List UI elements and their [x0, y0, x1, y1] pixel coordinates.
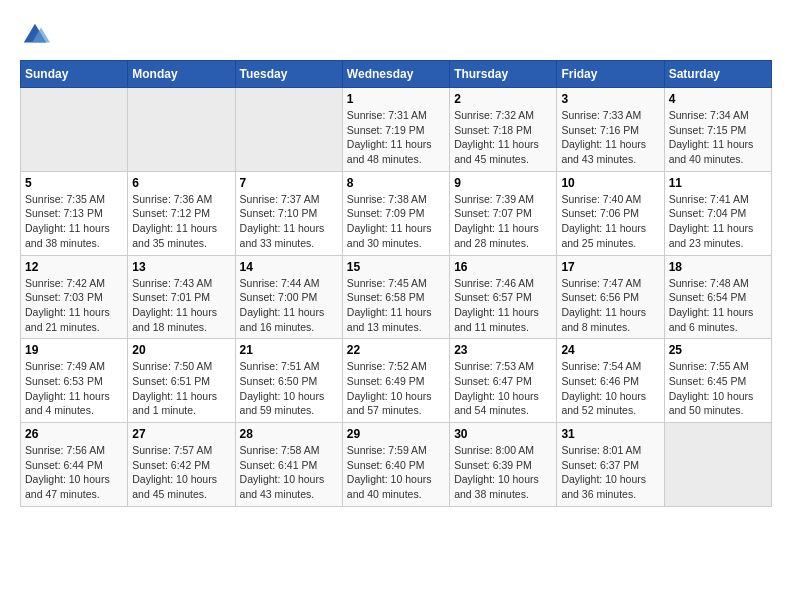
day-number: 1: [347, 92, 445, 106]
day-info: Sunrise: 7:35 AM Sunset: 7:13 PM Dayligh…: [25, 192, 123, 251]
weekday-header: Sunday: [21, 61, 128, 88]
calendar-cell: 20 Sunrise: 7:50 AM Sunset: 6:51 PM Dayl…: [128, 339, 235, 423]
day-info: Sunrise: 7:43 AM Sunset: 7:01 PM Dayligh…: [132, 276, 230, 335]
calendar-cell: 11 Sunrise: 7:41 AM Sunset: 7:04 PM Dayl…: [664, 171, 771, 255]
calendar-week-row: 12 Sunrise: 7:42 AM Sunset: 7:03 PM Dayl…: [21, 255, 772, 339]
calendar-cell: 10 Sunrise: 7:40 AM Sunset: 7:06 PM Dayl…: [557, 171, 664, 255]
calendar-week-row: 5 Sunrise: 7:35 AM Sunset: 7:13 PM Dayli…: [21, 171, 772, 255]
day-info: Sunrise: 7:40 AM Sunset: 7:06 PM Dayligh…: [561, 192, 659, 251]
calendar-cell: 21 Sunrise: 7:51 AM Sunset: 6:50 PM Dayl…: [235, 339, 342, 423]
day-info: Sunrise: 7:55 AM Sunset: 6:45 PM Dayligh…: [669, 359, 767, 418]
weekday-header: Wednesday: [342, 61, 449, 88]
day-number: 24: [561, 343, 659, 357]
day-number: 15: [347, 260, 445, 274]
calendar-cell: 23 Sunrise: 7:53 AM Sunset: 6:47 PM Dayl…: [450, 339, 557, 423]
day-number: 5: [25, 176, 123, 190]
day-number: 6: [132, 176, 230, 190]
page-header: [20, 20, 772, 50]
day-number: 28: [240, 427, 338, 441]
day-number: 7: [240, 176, 338, 190]
day-info: Sunrise: 8:01 AM Sunset: 6:37 PM Dayligh…: [561, 443, 659, 502]
day-info: Sunrise: 7:52 AM Sunset: 6:49 PM Dayligh…: [347, 359, 445, 418]
calendar-cell: 14 Sunrise: 7:44 AM Sunset: 7:00 PM Dayl…: [235, 255, 342, 339]
calendar-cell: 9 Sunrise: 7:39 AM Sunset: 7:07 PM Dayli…: [450, 171, 557, 255]
day-info: Sunrise: 7:34 AM Sunset: 7:15 PM Dayligh…: [669, 108, 767, 167]
day-info: Sunrise: 7:32 AM Sunset: 7:18 PM Dayligh…: [454, 108, 552, 167]
calendar-cell: 25 Sunrise: 7:55 AM Sunset: 6:45 PM Dayl…: [664, 339, 771, 423]
weekday-header: Saturday: [664, 61, 771, 88]
day-info: Sunrise: 7:48 AM Sunset: 6:54 PM Dayligh…: [669, 276, 767, 335]
calendar-cell: 27 Sunrise: 7:57 AM Sunset: 6:42 PM Dayl…: [128, 423, 235, 507]
calendar-cell: 31 Sunrise: 8:01 AM Sunset: 6:37 PM Dayl…: [557, 423, 664, 507]
day-number: 29: [347, 427, 445, 441]
calendar-cell: 4 Sunrise: 7:34 AM Sunset: 7:15 PM Dayli…: [664, 88, 771, 172]
calendar-table: SundayMondayTuesdayWednesdayThursdayFrid…: [20, 60, 772, 507]
day-info: Sunrise: 7:44 AM Sunset: 7:00 PM Dayligh…: [240, 276, 338, 335]
day-number: 16: [454, 260, 552, 274]
day-info: Sunrise: 7:50 AM Sunset: 6:51 PM Dayligh…: [132, 359, 230, 418]
calendar-body: 1 Sunrise: 7:31 AM Sunset: 7:19 PM Dayli…: [21, 88, 772, 507]
day-number: 2: [454, 92, 552, 106]
day-number: 4: [669, 92, 767, 106]
day-number: 17: [561, 260, 659, 274]
day-info: Sunrise: 8:00 AM Sunset: 6:39 PM Dayligh…: [454, 443, 552, 502]
day-number: 18: [669, 260, 767, 274]
calendar-cell: 30 Sunrise: 8:00 AM Sunset: 6:39 PM Dayl…: [450, 423, 557, 507]
day-number: 31: [561, 427, 659, 441]
day-info: Sunrise: 7:38 AM Sunset: 7:09 PM Dayligh…: [347, 192, 445, 251]
day-info: Sunrise: 7:58 AM Sunset: 6:41 PM Dayligh…: [240, 443, 338, 502]
day-info: Sunrise: 7:39 AM Sunset: 7:07 PM Dayligh…: [454, 192, 552, 251]
day-info: Sunrise: 7:57 AM Sunset: 6:42 PM Dayligh…: [132, 443, 230, 502]
calendar-cell: 22 Sunrise: 7:52 AM Sunset: 6:49 PM Dayl…: [342, 339, 449, 423]
day-info: Sunrise: 7:56 AM Sunset: 6:44 PM Dayligh…: [25, 443, 123, 502]
calendar-cell: 28 Sunrise: 7:58 AM Sunset: 6:41 PM Dayl…: [235, 423, 342, 507]
calendar-cell: 29 Sunrise: 7:59 AM Sunset: 6:40 PM Dayl…: [342, 423, 449, 507]
day-info: Sunrise: 7:54 AM Sunset: 6:46 PM Dayligh…: [561, 359, 659, 418]
calendar-cell: 5 Sunrise: 7:35 AM Sunset: 7:13 PM Dayli…: [21, 171, 128, 255]
day-info: Sunrise: 7:36 AM Sunset: 7:12 PM Dayligh…: [132, 192, 230, 251]
weekday-header: Monday: [128, 61, 235, 88]
day-info: Sunrise: 7:31 AM Sunset: 7:19 PM Dayligh…: [347, 108, 445, 167]
calendar-cell: 2 Sunrise: 7:32 AM Sunset: 7:18 PM Dayli…: [450, 88, 557, 172]
calendar-cell: [21, 88, 128, 172]
day-number: 12: [25, 260, 123, 274]
day-number: 21: [240, 343, 338, 357]
day-info: Sunrise: 7:33 AM Sunset: 7:16 PM Dayligh…: [561, 108, 659, 167]
day-info: Sunrise: 7:59 AM Sunset: 6:40 PM Dayligh…: [347, 443, 445, 502]
calendar-cell: 24 Sunrise: 7:54 AM Sunset: 6:46 PM Dayl…: [557, 339, 664, 423]
calendar-cell: 6 Sunrise: 7:36 AM Sunset: 7:12 PM Dayli…: [128, 171, 235, 255]
calendar-cell: 15 Sunrise: 7:45 AM Sunset: 6:58 PM Dayl…: [342, 255, 449, 339]
weekday-header: Thursday: [450, 61, 557, 88]
day-info: Sunrise: 7:49 AM Sunset: 6:53 PM Dayligh…: [25, 359, 123, 418]
calendar-cell: 7 Sunrise: 7:37 AM Sunset: 7:10 PM Dayli…: [235, 171, 342, 255]
day-info: Sunrise: 7:47 AM Sunset: 6:56 PM Dayligh…: [561, 276, 659, 335]
calendar-cell: 8 Sunrise: 7:38 AM Sunset: 7:09 PM Dayli…: [342, 171, 449, 255]
calendar-cell: 17 Sunrise: 7:47 AM Sunset: 6:56 PM Dayl…: [557, 255, 664, 339]
calendar-header: SundayMondayTuesdayWednesdayThursdayFrid…: [21, 61, 772, 88]
calendar-cell: [664, 423, 771, 507]
day-number: 19: [25, 343, 123, 357]
day-info: Sunrise: 7:51 AM Sunset: 6:50 PM Dayligh…: [240, 359, 338, 418]
calendar-cell: 18 Sunrise: 7:48 AM Sunset: 6:54 PM Dayl…: [664, 255, 771, 339]
calendar-cell: [128, 88, 235, 172]
day-number: 8: [347, 176, 445, 190]
weekday-header: Tuesday: [235, 61, 342, 88]
day-info: Sunrise: 7:37 AM Sunset: 7:10 PM Dayligh…: [240, 192, 338, 251]
calendar-cell: 26 Sunrise: 7:56 AM Sunset: 6:44 PM Dayl…: [21, 423, 128, 507]
day-number: 23: [454, 343, 552, 357]
logo: [20, 20, 54, 50]
day-info: Sunrise: 7:46 AM Sunset: 6:57 PM Dayligh…: [454, 276, 552, 335]
calendar-week-row: 19 Sunrise: 7:49 AM Sunset: 6:53 PM Dayl…: [21, 339, 772, 423]
calendar-cell: [235, 88, 342, 172]
day-info: Sunrise: 7:53 AM Sunset: 6:47 PM Dayligh…: [454, 359, 552, 418]
day-number: 13: [132, 260, 230, 274]
day-number: 25: [669, 343, 767, 357]
logo-icon: [20, 20, 50, 50]
day-info: Sunrise: 7:42 AM Sunset: 7:03 PM Dayligh…: [25, 276, 123, 335]
day-info: Sunrise: 7:45 AM Sunset: 6:58 PM Dayligh…: [347, 276, 445, 335]
calendar-week-row: 26 Sunrise: 7:56 AM Sunset: 6:44 PM Dayl…: [21, 423, 772, 507]
day-number: 27: [132, 427, 230, 441]
calendar-cell: 1 Sunrise: 7:31 AM Sunset: 7:19 PM Dayli…: [342, 88, 449, 172]
calendar-week-row: 1 Sunrise: 7:31 AM Sunset: 7:19 PM Dayli…: [21, 88, 772, 172]
day-number: 20: [132, 343, 230, 357]
